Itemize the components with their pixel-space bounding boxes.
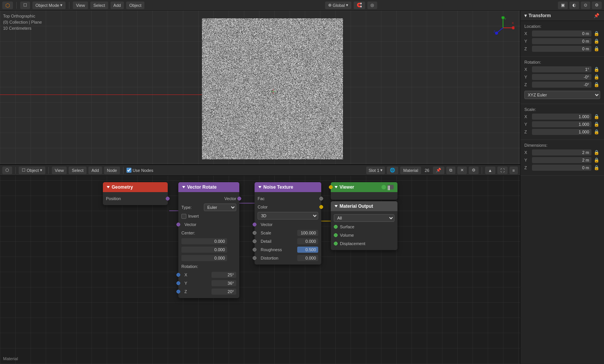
scale-z-lock[interactable]: 🔒 — [593, 129, 600, 135]
node-viewer[interactable]: Viewer || — [331, 182, 397, 200]
vr-rot-z-socket[interactable] — [176, 290, 180, 293]
scale-x-field[interactable] — [532, 114, 591, 120]
slot-selector[interactable]: Slot 1 ▾ — [366, 167, 385, 174]
noise-scale-socket[interactable] — [253, 231, 256, 235]
viewer-pin-btn[interactable]: || — [388, 185, 394, 189]
rot-z-lock[interactable]: 🔒 — [593, 82, 600, 87]
dim-y-field[interactable] — [532, 157, 591, 163]
panel-pin-btn[interactable]: 📌 — [593, 13, 600, 18]
vr-rot-x-field[interactable] — [211, 272, 236, 278]
node-geometry[interactable]: Geometry Position — [103, 182, 168, 205]
viewport-scale-label: 10 Centimeters — [3, 26, 32, 30]
geometry-node-header[interactable]: Geometry — [103, 182, 168, 192]
transform-space-btn[interactable]: ⊕ Global ▾ — [325, 2, 351, 9]
noise-color-socket[interactable] — [319, 205, 323, 209]
vr-center-z-field[interactable] — [181, 255, 227, 261]
node-material-output[interactable]: Material Output All Surface — [331, 201, 397, 250]
rot-y-field[interactable] — [532, 74, 591, 80]
rot-z-field[interactable] — [532, 82, 591, 88]
ne-add-menu[interactable]: Add — [88, 167, 102, 174]
scale-z-field[interactable] — [532, 129, 591, 135]
vr-center-y-field[interactable] — [181, 247, 227, 253]
ne-settings-btn[interactable]: ⚙ — [469, 167, 479, 174]
vr-vector-output[interactable] — [237, 197, 241, 200]
dim-z-field[interactable] — [532, 165, 591, 171]
add-menu[interactable]: Add — [111, 2, 124, 9]
viewer-input-socket[interactable] — [329, 185, 333, 189]
ne-sphere-icon[interactable]: 🌐 — [387, 167, 398, 174]
ne-up-btn[interactable]: ▲ — [485, 167, 495, 174]
ne-mode-selector[interactable]: ☐ Object ▾ — [19, 167, 45, 174]
ne-shader-btn[interactable]: Material — [400, 167, 421, 174]
scale-y-lock[interactable]: 🔒 — [593, 122, 600, 127]
blender-menu-btn[interactable]: ⬡ — [2, 2, 13, 9]
shading-btn[interactable]: ◐ — [569, 2, 579, 9]
node-noise-texture[interactable]: Noise Texture Fac Color — [255, 182, 321, 265]
proportional-btn[interactable]: ◎ — [367, 2, 377, 9]
loc-z-field[interactable] — [532, 46, 591, 52]
vr-vector-input[interactable] — [176, 223, 180, 226]
overlay-btn[interactable]: ⊙ — [581, 2, 590, 9]
ne-copy-btn[interactable]: ⧉ — [446, 167, 455, 174]
vr-rot-y-socket[interactable] — [176, 281, 180, 285]
mode-selector[interactable]: Object Mode ▾ — [32, 2, 66, 9]
loc-z-lock[interactable]: 🔒 — [593, 46, 600, 51]
material-output-header[interactable]: Material Output — [331, 201, 397, 211]
noise-vector-socket[interactable] — [253, 223, 256, 226]
noise-fac-socket[interactable] — [319, 197, 323, 200]
rot-y-lock[interactable]: 🔒 — [593, 74, 600, 80]
vr-type-label: Type: — [181, 205, 204, 210]
ne-node-menu[interactable]: Node — [104, 167, 120, 174]
ne-view-menu[interactable]: View — [52, 167, 67, 174]
ne-fullscreen-btn[interactable]: ⛶ — [497, 167, 508, 174]
node-editor[interactable]: ⬡ ☐ Object ▾ View Select Add Node Use No… — [0, 165, 520, 364]
select-menu[interactable]: Select — [90, 2, 108, 9]
rot-x-lock[interactable]: 🔒 — [593, 67, 600, 72]
node-vector-rotate[interactable]: Vector Rotate Vector Type: Euler — [178, 182, 239, 298]
vr-rot-x-socket[interactable] — [176, 273, 180, 277]
position-output-socket[interactable] — [166, 197, 170, 200]
mo-volume-socket[interactable] — [334, 233, 338, 237]
vr-type-select[interactable]: Euler — [204, 204, 236, 211]
viewer-header[interactable]: Viewer || — [331, 182, 397, 192]
ne-pin-btn[interactable]: 📌 — [433, 167, 444, 174]
noise-roughness-socket[interactable] — [253, 248, 256, 252]
mo-displacement-socket[interactable] — [334, 242, 338, 245]
dim-z-lock[interactable]: 🔒 — [593, 165, 600, 170]
snap-btn[interactable]: 🧲 — [354, 2, 365, 9]
rotation-mode-select[interactable]: XYZ Euler — [524, 91, 600, 99]
view-menu[interactable]: View — [73, 2, 88, 9]
noise-dim-select[interactable]: 3D — [258, 212, 318, 220]
ne-more-btn[interactable]: ≡ — [509, 167, 518, 174]
dim-x-field[interactable] — [532, 149, 591, 156]
mo-surface-socket[interactable] — [334, 225, 338, 229]
vr-invert-checkbox[interactable] — [181, 214, 186, 219]
vr-center-x-field[interactable] — [181, 238, 227, 244]
loc-x-lock[interactable]: 🔒 — [593, 31, 600, 36]
scale-y-field[interactable] — [532, 121, 591, 127]
loc-y-field[interactable] — [532, 38, 591, 44]
object-menu[interactable]: Object — [126, 2, 144, 9]
use-nodes-checkbox[interactable] — [127, 168, 131, 173]
ne-select-menu[interactable]: Select — [69, 167, 87, 174]
settings-btn[interactable]: ⚙ — [592, 2, 602, 9]
use-nodes-checkbox-label[interactable]: Use Nodes — [127, 168, 153, 173]
mo-target-select[interactable]: All — [334, 214, 394, 222]
scale-x-lock[interactable]: 🔒 — [593, 114, 600, 119]
vr-rot-z-field[interactable] — [211, 289, 236, 295]
loc-y-lock[interactable]: 🔒 — [593, 38, 600, 44]
noise-detail-socket[interactable] — [253, 239, 256, 243]
node-editor-icon-btn[interactable]: ⬡ — [2, 167, 12, 174]
dim-y-lock[interactable]: 🔒 — [593, 157, 600, 163]
viewport-top[interactable]: X Y Z Top Orthographic (0) Collection | … — [0, 11, 520, 165]
noise-distortion-socket[interactable] — [253, 256, 256, 260]
loc-x-field[interactable] — [532, 30, 591, 37]
noise-header[interactable]: Noise Texture — [255, 182, 321, 192]
vr-rot-y-field[interactable] — [211, 280, 236, 286]
ne-close-btn[interactable]: ✕ — [457, 167, 467, 174]
vector-rotate-header[interactable]: Vector Rotate — [178, 182, 239, 192]
rot-x-field[interactable] — [532, 66, 591, 72]
viewport-icon-btn[interactable]: ☐ — [20, 2, 30, 9]
render-btn[interactable]: ▣ — [558, 2, 568, 9]
dim-x-lock[interactable]: 🔒 — [593, 150, 600, 155]
